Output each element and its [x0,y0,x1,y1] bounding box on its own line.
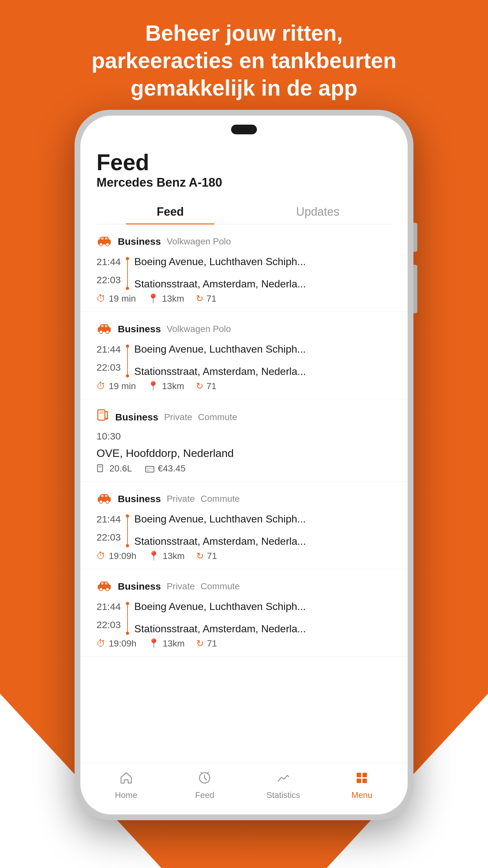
promo-header: Beheer jouw ritten, parkeeracties en tan… [0,20,488,102]
dot-bottom-4 [126,544,129,547]
svg-rect-17 [145,468,154,469]
tag-business-3: Business [115,412,158,423]
feed-item-header-3: Business Private Commute [97,408,391,426]
line-vert-4 [127,518,128,544]
feed-item-header-5: Business Private Commute [97,578,391,594]
route-line-5 [126,599,129,635]
tag-private-3: Private [164,412,192,423]
car-icon-5 [97,578,112,594]
tag-business-1: Business [118,236,161,247]
fuel-amount-icon [97,464,106,473]
vehicle-subtitle: Mercedes Benz A-180 [97,176,391,190]
tag-vehicle-2: Volkwagen Polo [166,324,231,334]
payment-icon [145,464,155,473]
trip-meta-2: ⏱ 19 min 📍 13km ↻ 71 [97,381,391,392]
address-start-5: Boeing Avenue, Luchthaven Schiph... [134,599,306,613]
score-icon-4: ↻ [196,551,204,561]
svg-rect-12 [99,411,104,414]
svg-point-7 [99,330,103,334]
feed-item-3[interactable]: Business Private Commute 10:30 OVE, Hoof… [80,399,408,482]
route-line-2 [126,342,129,377]
dot-top-5 [126,602,129,605]
time-start-2: 21:44 [97,342,121,357]
camera-notch [231,125,257,134]
address-end-5: Stationsstraat, Amsterdam, Nederla... [134,615,306,635]
svg-rect-10 [105,325,107,327]
nav-home[interactable]: Home [87,771,166,800]
clock-icon-5: ⏱ [97,638,105,649]
car-icon-2 [97,321,112,337]
addresses-4: Boeing Avenue, Luchthaven Schiph... Stat… [134,512,306,547]
svg-rect-15 [98,466,102,468]
dot-bottom-1 [126,287,129,290]
phone-outer: Feed Mercedes Benz A-180 Feed Updates [74,110,414,820]
volume-button [414,223,417,252]
nav-feed[interactable]: Feed [166,771,244,800]
svg-rect-27 [101,582,104,585]
dot-top-1 [126,257,129,260]
addresses-5: Boeing Avenue, Luchthaven Schiph... Stat… [134,599,306,635]
time-start-4: 21:44 [97,512,121,527]
fuel-meta-3: 20.6L €43.45 [97,463,391,474]
dot-top-2 [126,345,129,348]
clock-icon-1: ⏱ [97,293,105,304]
address-end-1: Stationsstraat, Amsterdam, Nederla... [134,270,306,290]
feed-list: Business Volkwagen Polo 21:44 22:03 [80,224,408,814]
duration-5: ⏱ 19:09h [97,638,136,649]
car-icon-4 [97,491,112,507]
distance-1: 📍 13km [148,293,184,304]
nav-menu[interactable]: Menu [323,771,401,800]
feed-item-5[interactable]: Business Private Commute 21:44 22:03 [80,569,408,657]
address-start-4: Boeing Avenue, Luchthaven Schiph... [134,512,306,525]
line-vert-2 [127,348,128,374]
fuel-cost-3: €43.45 [145,463,186,474]
svg-point-3 [106,243,109,246]
route-display-5: 21:44 22:03 Boeing Avenue, Luchthaven Sc… [97,599,391,635]
feed-item-header-1: Business Volkwagen Polo [97,234,391,249]
svg-rect-33 [362,779,367,783]
score-icon-5: ↻ [196,638,204,649]
trip-meta-5: ⏱ 19:09h 📍 13km ↻ 71 [97,638,391,649]
route-display-4: 21:44 22:03 Boeing Avenue, Luchthaven Sc… [97,512,391,547]
tag-business-2: Business [118,323,161,335]
addresses-1: Boeing Avenue, Luchthaven Schiph... Stat… [134,254,306,290]
svg-rect-31 [362,773,367,777]
duration-4: ⏱ 19:09h [97,551,136,561]
feed-item-2[interactable]: Business Volkwagen Polo 21:44 22:03 [80,312,408,399]
menu-label: Menu [352,790,372,800]
fuel-details-3: 10:30 OVE, Hoofddorp, Nederland 20.6L [97,431,391,474]
tag-vehicle-1: Volkwagen Polo [166,237,231,247]
home-icon [119,771,133,788]
svg-rect-23 [105,495,107,497]
time-end-4: 22:03 [97,528,121,543]
tag-private-5: Private [166,581,195,592]
svg-rect-9 [101,325,104,327]
tag-commute-4: Commute [201,494,240,504]
fuel-icon-3 [97,408,109,426]
svg-point-26 [106,588,109,591]
app-header: Feed Mercedes Benz A-180 [80,142,408,193]
statistics-icon [276,771,290,788]
route-display-2: 21:44 22:03 Boeing Avenue, Luchthaven Sc… [97,342,391,377]
tab-updates[interactable]: Updates [244,199,391,224]
feed-item-4[interactable]: Business Private Commute 21:44 22:03 [80,482,408,569]
svg-rect-22 [101,495,104,497]
power-button [414,265,417,313]
trip-meta-1: ⏱ 19 min 📍 13km ↻ 71 [97,293,391,304]
svg-rect-32 [357,779,361,783]
tag-business-4: Business [118,493,161,504]
tag-business-5: Business [118,581,161,592]
svg-point-25 [99,588,103,591]
address-end-4: Stationsstraat, Amsterdam, Nederla... [134,528,306,547]
feed-item-header-4: Business Private Commute [97,491,391,507]
svg-rect-28 [105,582,107,585]
tab-bar: Feed Updates [97,199,391,224]
tag-commute-5: Commute [201,581,240,592]
phone-screen: Feed Mercedes Benz A-180 Feed Updates [80,116,408,814]
tab-feed[interactable]: Feed [97,199,244,224]
feed-item-1[interactable]: Business Volkwagen Polo 21:44 22:03 [80,224,408,312]
location-icon-2: 📍 [148,381,159,392]
nav-statistics[interactable]: Statistics [244,771,323,800]
fuel-location-3: OVE, Hoofddorp, Nederland [97,447,391,460]
distance-2: 📍 13km [148,381,184,392]
